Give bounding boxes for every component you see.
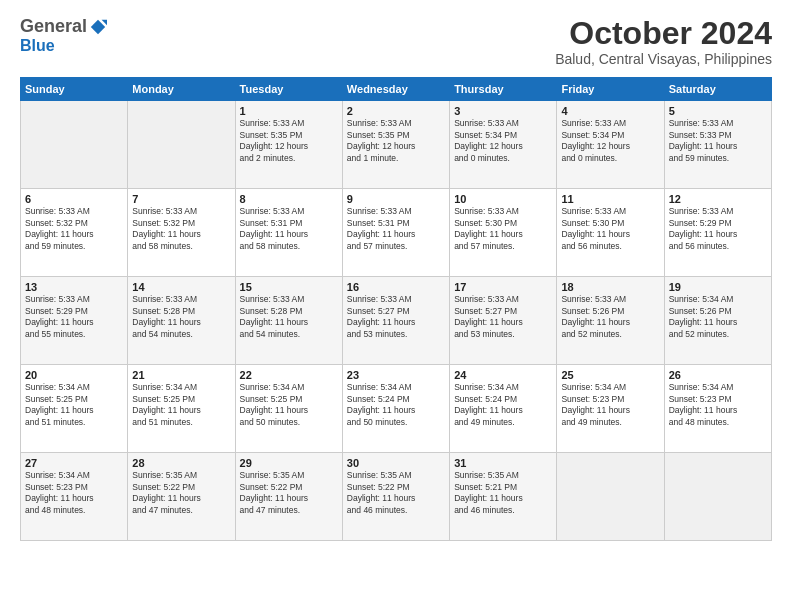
day-number: 2 bbox=[347, 105, 445, 117]
calendar-header-day: Sunday bbox=[21, 78, 128, 101]
calendar-header-day: Friday bbox=[557, 78, 664, 101]
calendar-day-cell: 11Sunrise: 5:33 AM Sunset: 5:30 PM Dayli… bbox=[557, 189, 664, 277]
calendar-day-cell: 5Sunrise: 5:33 AM Sunset: 5:33 PM Daylig… bbox=[664, 101, 771, 189]
day-info: Sunrise: 5:33 AM Sunset: 5:27 PM Dayligh… bbox=[347, 294, 445, 340]
logo-general: General bbox=[20, 16, 87, 37]
day-info: Sunrise: 5:33 AM Sunset: 5:30 PM Dayligh… bbox=[561, 206, 659, 252]
calendar-week-row: 6Sunrise: 5:33 AM Sunset: 5:32 PM Daylig… bbox=[21, 189, 772, 277]
day-info: Sunrise: 5:34 AM Sunset: 5:25 PM Dayligh… bbox=[25, 382, 123, 428]
calendar-day-cell: 17Sunrise: 5:33 AM Sunset: 5:27 PM Dayli… bbox=[450, 277, 557, 365]
day-number: 13 bbox=[25, 281, 123, 293]
day-number: 23 bbox=[347, 369, 445, 381]
day-number: 1 bbox=[240, 105, 338, 117]
page: General Blue October 2024 Balud, Central… bbox=[0, 0, 792, 612]
calendar-day-cell bbox=[21, 101, 128, 189]
day-number: 21 bbox=[132, 369, 230, 381]
day-number: 16 bbox=[347, 281, 445, 293]
calendar-week-row: 27Sunrise: 5:34 AM Sunset: 5:23 PM Dayli… bbox=[21, 453, 772, 541]
day-number: 10 bbox=[454, 193, 552, 205]
day-info: Sunrise: 5:33 AM Sunset: 5:30 PM Dayligh… bbox=[454, 206, 552, 252]
calendar-week-row: 20Sunrise: 5:34 AM Sunset: 5:25 PM Dayli… bbox=[21, 365, 772, 453]
day-info: Sunrise: 5:33 AM Sunset: 5:34 PM Dayligh… bbox=[561, 118, 659, 164]
calendar-day-cell: 1Sunrise: 5:33 AM Sunset: 5:35 PM Daylig… bbox=[235, 101, 342, 189]
day-number: 27 bbox=[25, 457, 123, 469]
day-number: 25 bbox=[561, 369, 659, 381]
day-number: 28 bbox=[132, 457, 230, 469]
day-number: 29 bbox=[240, 457, 338, 469]
day-info: Sunrise: 5:33 AM Sunset: 5:35 PM Dayligh… bbox=[240, 118, 338, 164]
calendar-day-cell: 7Sunrise: 5:33 AM Sunset: 5:32 PM Daylig… bbox=[128, 189, 235, 277]
day-number: 8 bbox=[240, 193, 338, 205]
day-number: 3 bbox=[454, 105, 552, 117]
day-info: Sunrise: 5:35 AM Sunset: 5:22 PM Dayligh… bbox=[240, 470, 338, 516]
calendar-header-day: Saturday bbox=[664, 78, 771, 101]
calendar-day-cell: 23Sunrise: 5:34 AM Sunset: 5:24 PM Dayli… bbox=[342, 365, 449, 453]
calendar-day-cell: 28Sunrise: 5:35 AM Sunset: 5:22 PM Dayli… bbox=[128, 453, 235, 541]
calendar-day-cell: 31Sunrise: 5:35 AM Sunset: 5:21 PM Dayli… bbox=[450, 453, 557, 541]
day-number: 31 bbox=[454, 457, 552, 469]
calendar-day-cell: 22Sunrise: 5:34 AM Sunset: 5:25 PM Dayli… bbox=[235, 365, 342, 453]
day-info: Sunrise: 5:33 AM Sunset: 5:28 PM Dayligh… bbox=[240, 294, 338, 340]
calendar-day-cell: 21Sunrise: 5:34 AM Sunset: 5:25 PM Dayli… bbox=[128, 365, 235, 453]
day-number: 30 bbox=[347, 457, 445, 469]
calendar-day-cell: 4Sunrise: 5:33 AM Sunset: 5:34 PM Daylig… bbox=[557, 101, 664, 189]
calendar-day-cell: 3Sunrise: 5:33 AM Sunset: 5:34 PM Daylig… bbox=[450, 101, 557, 189]
calendar-day-cell: 27Sunrise: 5:34 AM Sunset: 5:23 PM Dayli… bbox=[21, 453, 128, 541]
calendar-day-cell: 25Sunrise: 5:34 AM Sunset: 5:23 PM Dayli… bbox=[557, 365, 664, 453]
calendar-day-cell: 20Sunrise: 5:34 AM Sunset: 5:25 PM Dayli… bbox=[21, 365, 128, 453]
calendar-day-cell: 2Sunrise: 5:33 AM Sunset: 5:35 PM Daylig… bbox=[342, 101, 449, 189]
day-info: Sunrise: 5:35 AM Sunset: 5:22 PM Dayligh… bbox=[132, 470, 230, 516]
calendar-day-cell: 24Sunrise: 5:34 AM Sunset: 5:24 PM Dayli… bbox=[450, 365, 557, 453]
day-info: Sunrise: 5:33 AM Sunset: 5:27 PM Dayligh… bbox=[454, 294, 552, 340]
day-info: Sunrise: 5:34 AM Sunset: 5:23 PM Dayligh… bbox=[25, 470, 123, 516]
day-number: 6 bbox=[25, 193, 123, 205]
calendar-day-cell: 10Sunrise: 5:33 AM Sunset: 5:30 PM Dayli… bbox=[450, 189, 557, 277]
day-info: Sunrise: 5:33 AM Sunset: 5:32 PM Dayligh… bbox=[25, 206, 123, 252]
month-title: October 2024 bbox=[555, 16, 772, 51]
calendar-day-cell: 18Sunrise: 5:33 AM Sunset: 5:26 PM Dayli… bbox=[557, 277, 664, 365]
day-info: Sunrise: 5:33 AM Sunset: 5:31 PM Dayligh… bbox=[347, 206, 445, 252]
calendar-header-day: Wednesday bbox=[342, 78, 449, 101]
logo-blue: Blue bbox=[20, 37, 55, 54]
calendar-week-row: 13Sunrise: 5:33 AM Sunset: 5:29 PM Dayli… bbox=[21, 277, 772, 365]
day-info: Sunrise: 5:33 AM Sunset: 5:34 PM Dayligh… bbox=[454, 118, 552, 164]
calendar-day-cell: 26Sunrise: 5:34 AM Sunset: 5:23 PM Dayli… bbox=[664, 365, 771, 453]
day-info: Sunrise: 5:33 AM Sunset: 5:35 PM Dayligh… bbox=[347, 118, 445, 164]
day-info: Sunrise: 5:34 AM Sunset: 5:23 PM Dayligh… bbox=[561, 382, 659, 428]
day-number: 14 bbox=[132, 281, 230, 293]
calendar-header-day: Monday bbox=[128, 78, 235, 101]
day-info: Sunrise: 5:33 AM Sunset: 5:32 PM Dayligh… bbox=[132, 206, 230, 252]
day-number: 12 bbox=[669, 193, 767, 205]
day-info: Sunrise: 5:34 AM Sunset: 5:25 PM Dayligh… bbox=[240, 382, 338, 428]
day-info: Sunrise: 5:34 AM Sunset: 5:26 PM Dayligh… bbox=[669, 294, 767, 340]
day-number: 18 bbox=[561, 281, 659, 293]
day-info: Sunrise: 5:34 AM Sunset: 5:25 PM Dayligh… bbox=[132, 382, 230, 428]
calendar-day-cell: 12Sunrise: 5:33 AM Sunset: 5:29 PM Dayli… bbox=[664, 189, 771, 277]
day-number: 26 bbox=[669, 369, 767, 381]
day-info: Sunrise: 5:33 AM Sunset: 5:28 PM Dayligh… bbox=[132, 294, 230, 340]
header: General Blue October 2024 Balud, Central… bbox=[20, 16, 772, 67]
calendar-day-cell: 30Sunrise: 5:35 AM Sunset: 5:22 PM Dayli… bbox=[342, 453, 449, 541]
calendar-day-cell bbox=[664, 453, 771, 541]
day-info: Sunrise: 5:33 AM Sunset: 5:29 PM Dayligh… bbox=[25, 294, 123, 340]
svg-marker-0 bbox=[91, 19, 105, 33]
location-title: Balud, Central Visayas, Philippines bbox=[555, 51, 772, 67]
day-number: 24 bbox=[454, 369, 552, 381]
calendar-day-cell: 6Sunrise: 5:33 AM Sunset: 5:32 PM Daylig… bbox=[21, 189, 128, 277]
day-number: 22 bbox=[240, 369, 338, 381]
day-info: Sunrise: 5:34 AM Sunset: 5:24 PM Dayligh… bbox=[454, 382, 552, 428]
day-info: Sunrise: 5:35 AM Sunset: 5:22 PM Dayligh… bbox=[347, 470, 445, 516]
logo: General Blue bbox=[20, 16, 107, 55]
calendar-day-cell: 29Sunrise: 5:35 AM Sunset: 5:22 PM Dayli… bbox=[235, 453, 342, 541]
day-number: 15 bbox=[240, 281, 338, 293]
calendar-day-cell: 14Sunrise: 5:33 AM Sunset: 5:28 PM Dayli… bbox=[128, 277, 235, 365]
day-info: Sunrise: 5:33 AM Sunset: 5:29 PM Dayligh… bbox=[669, 206, 767, 252]
calendar-week-row: 1Sunrise: 5:33 AM Sunset: 5:35 PM Daylig… bbox=[21, 101, 772, 189]
day-number: 11 bbox=[561, 193, 659, 205]
day-number: 4 bbox=[561, 105, 659, 117]
calendar-day-cell: 16Sunrise: 5:33 AM Sunset: 5:27 PM Dayli… bbox=[342, 277, 449, 365]
calendar-header-row: SundayMondayTuesdayWednesdayThursdayFrid… bbox=[21, 78, 772, 101]
day-number: 7 bbox=[132, 193, 230, 205]
calendar-header-day: Tuesday bbox=[235, 78, 342, 101]
calendar-day-cell bbox=[128, 101, 235, 189]
